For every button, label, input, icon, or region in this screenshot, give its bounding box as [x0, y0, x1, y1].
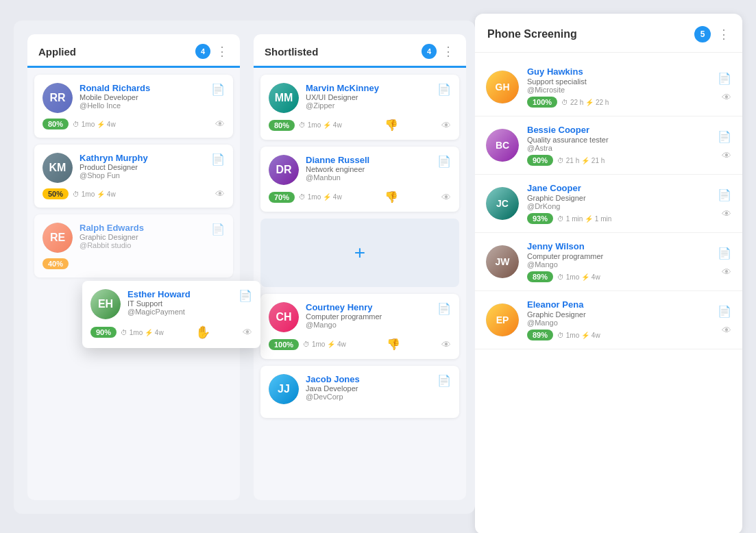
panel-actions-jane: 📄 👁 [718, 188, 731, 219]
panel-company-jenny: @Mango [527, 260, 709, 269]
floating-card-esther[interactable]: EH Esther Howard IT Support @MagicPaymen… [82, 281, 260, 348]
kanban-board: Applied 4 ⋮ RR Ronald Richards Mobile De… [14, 21, 475, 514]
card-info-ronald: Ronald Richards Mobile Developer @Hello … [80, 83, 211, 110]
doc-icon-ronald[interactable]: 📄 [211, 83, 225, 96]
name-jacob: Jacob Jones [306, 374, 437, 384]
eye-icon-bessie[interactable]: 👁 [722, 150, 731, 161]
thumb-icon-courtney[interactable]: 👎 [387, 338, 400, 351]
card-footer-ronald: 80% ⏱ 1mo ⚡ 4w 👁 [42, 119, 225, 129]
eye-icon-eleanor[interactable]: 👁 [722, 325, 731, 336]
panel-header: Phone Screening 5 ⋮ [475, 14, 742, 53]
column-header-applied: Applied 4 ⋮ [27, 34, 240, 68]
card-info-esther: Esther Howard IT Support @MagicPayment [127, 289, 239, 316]
doc-icon-marvin[interactable]: 📄 [437, 83, 451, 96]
panel-score-guy: 100% [527, 97, 557, 108]
avatar-marvin: MM [269, 83, 299, 113]
meta-time-courtney: ⏱ 1mo ⚡ 4w [303, 340, 346, 348]
card-ronald-header: RR Ronald Richards Mobile Developer @Hel… [42, 83, 225, 113]
panel-card-bessie: BC Bessie Cooper Quality assurance teste… [475, 116, 742, 175]
avatar-ralph: RE [42, 223, 73, 253]
eye-icon-jane[interactable]: 👁 [722, 208, 731, 219]
doc-icon-courtney[interactable]: 📄 [437, 302, 451, 315]
doc-icon-jane[interactable]: 📄 [718, 188, 731, 201]
panel-company-jane: @DrKong [527, 202, 709, 210]
card-courtney-header: CH Courtney Henry Computer programmer @M… [269, 302, 451, 332]
role-dianne: Network engineer [306, 165, 437, 173]
applied-more-icon[interactable]: ⋮ [216, 44, 229, 59]
eye-icon-courtney[interactable]: 👁 [441, 339, 451, 350]
name-esther: Esther Howard [127, 289, 239, 299]
panel-score-jane: 93% [527, 213, 553, 224]
avatar-jacob: JJ [269, 374, 299, 404]
panel-name-jane: Jane Cooper [527, 183, 709, 193]
eye-icon-marvin[interactable]: 👁 [441, 120, 451, 131]
column-header-shortlisted: Shortlisted 4 ⋮ [254, 34, 466, 68]
meta-time-esther: ⏱ 1mo ⚡ 4w [121, 329, 164, 336]
card-footer-courtney: 100% ⏱ 1mo ⚡ 4w 👎 👁 [269, 338, 451, 351]
card-info-marvin: Marvin McKinney UX/UI Designer @Zipper [306, 83, 437, 110]
card-dianne-header: DR Dianne Russell Network engineer @Manb… [269, 155, 451, 185]
panel-avatar-jane: JC [486, 187, 519, 220]
doc-icon-jacob[interactable]: 📄 [437, 374, 451, 387]
panel-company-eleanor: @Mango [527, 319, 709, 327]
panel-meta-jenny: 89% ⏱ 1mo ⚡ 4w [527, 271, 709, 282]
add-card-icon: + [354, 242, 365, 264]
doc-icon-eleanor[interactable]: 📄 [718, 305, 731, 318]
role-esther: IT Support [127, 299, 239, 308]
panel-score-eleanor: 89% [527, 330, 553, 340]
column-title-shortlisted: Shortlisted [265, 46, 422, 58]
panel-score-bessie: 90% [527, 155, 553, 166]
company-jacob: @DevCorp [306, 393, 437, 401]
card-ronald: RR Ronald Richards Mobile Developer @Hel… [34, 75, 233, 138]
score-esther: 90% [90, 327, 117, 338]
card-kathryn: KM Kathryn Murphy Product Designer @Shop… [34, 145, 233, 208]
add-card-shortlisted[interactable]: + [260, 219, 459, 287]
panel-time-guy: ⏱ 22 h ⚡ 22 h [561, 99, 609, 106]
eye-icon-guy[interactable]: 👁 [722, 92, 731, 103]
score-courtney: 100% [269, 339, 299, 350]
doc-icon-dianne[interactable]: 📄 [437, 155, 451, 168]
eye-icon-jenny[interactable]: 👁 [722, 266, 731, 277]
card-marvin-header: MM Marvin McKinney UX/UI Designer @Zippe… [269, 83, 451, 113]
doc-icon-esther[interactable]: 📄 [239, 289, 252, 302]
doc-icon-bessie[interactable]: 📄 [718, 130, 731, 143]
panel-title: Phone Screening [487, 28, 694, 40]
doc-icon-kathryn[interactable]: 📄 [211, 153, 225, 166]
panel-card-jane: JC Jane Cooper Graphic Designer @DrKong … [475, 175, 742, 233]
eye-icon-dianne[interactable]: 👁 [441, 192, 451, 203]
eye-icon-ronald[interactable]: 👁 [215, 119, 225, 129]
panel-role-eleanor: Graphic Designer [527, 310, 709, 319]
panel-info-jenny: Jenny Wilson Computer programmer @Mango … [527, 241, 709, 282]
panel-count-badge: 5 [694, 26, 711, 42]
avatar-courtney: CH [269, 302, 299, 332]
doc-icon-guy[interactable]: 📄 [718, 72, 731, 85]
company-esther: @MagicPayment [127, 308, 239, 316]
panel-avatar-eleanor: EP [486, 303, 519, 336]
role-ronald: Mobile Developer [80, 93, 211, 101]
company-kathryn: @Shop Fun [80, 171, 211, 179]
thumb-icon-marvin[interactable]: 👎 [385, 119, 398, 132]
eye-icon-esther[interactable]: 👁 [243, 327, 252, 338]
panel-more-icon[interactable]: ⋮ [718, 27, 730, 42]
panel-name-eleanor: Eleanor Pena [527, 299, 709, 310]
doc-icon-ralph[interactable]: 📄 [211, 223, 225, 236]
shortlisted-more-icon[interactable]: ⋮ [442, 44, 455, 59]
eye-icon-kathryn[interactable]: 👁 [215, 188, 225, 199]
drag-handle-esther[interactable]: ✋ [195, 325, 210, 340]
card-info-ralph: Ralph Edwards Graphic Designer @Rabbit s… [80, 223, 211, 249]
thumb-icon-dianne[interactable]: 👎 [385, 190, 398, 203]
card-footer-kathryn: 50% ⏱ 1mo ⚡ 4w 👁 [42, 188, 225, 199]
doc-icon-jenny[interactable]: 📄 [718, 247, 731, 260]
card-info-jacob: Jacob Jones Java Developer @DevCorp [306, 374, 437, 401]
panel-body: GH Guy Hawkins Support specialist @Micro… [475, 53, 742, 533]
score-dianne: 70% [269, 192, 295, 203]
panel-meta-bessie: 90% ⏱ 21 h ⚡ 21 h [527, 155, 709, 166]
shortlisted-count-badge: 4 [422, 44, 437, 59]
role-kathryn: Product Designer [80, 163, 211, 171]
name-dianne: Dianne Russell [306, 155, 437, 165]
panel-meta-guy: 100% ⏱ 22 h ⚡ 22 h [527, 97, 709, 108]
panel-name-bessie: Bessie Cooper [527, 125, 709, 135]
panel-company-bessie: @Astra [527, 144, 709, 152]
company-courtney: @Mango [306, 321, 437, 329]
floating-card-header: EH Esther Howard IT Support @MagicPaymen… [90, 289, 252, 319]
